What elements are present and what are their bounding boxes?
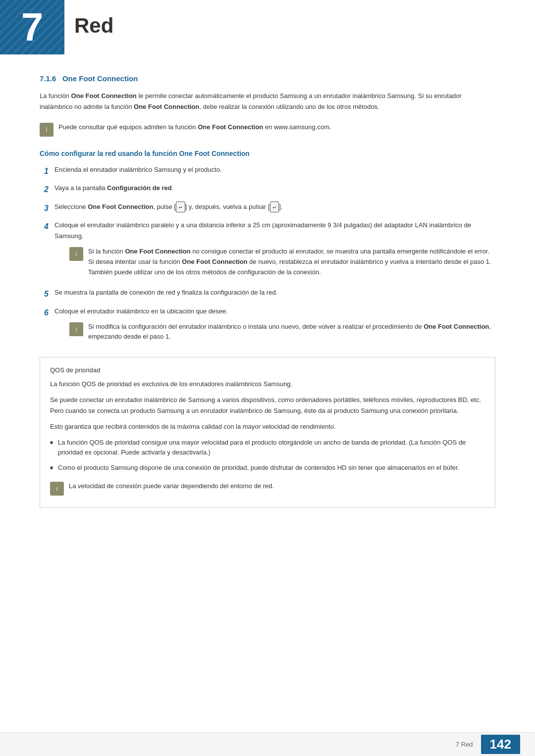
footer-page-number: 142 xyxy=(481,735,520,754)
step-4-text: Coloque el enrutador inalámbrico paralel… xyxy=(54,220,495,283)
step-3-text: Seleccione One Foot Connection, pulse [↵… xyxy=(54,202,495,213)
step-1-text: Encienda el enrutador inalámbrico Samsun… xyxy=(54,164,495,175)
qos-title: QOS de prioridad xyxy=(50,366,485,374)
step-4: 4 Coloque el enrutador inalámbrico paral… xyxy=(40,220,495,283)
key-icon-2: ↵ xyxy=(270,202,279,213)
bold-ofc-note4b: One Foot Connection xyxy=(182,258,247,265)
steps-list: 1 Encienda el enrutador inalámbrico Sams… xyxy=(40,164,495,347)
section-heading: 7.1.6 One Foot Connection xyxy=(40,74,495,83)
qos-p1: La función QOS de prioridad es exclusiva… xyxy=(50,379,485,390)
qos-p2: Se puede conectar un enrutador inalámbri… xyxy=(50,395,485,416)
chapter-number: 7 xyxy=(21,7,44,47)
bold-ofc-step3: One Foot Connection xyxy=(88,203,153,210)
qos-note-box: i La velocidad de conexión puede variar … xyxy=(50,478,485,499)
bold-ofc-note4a: One Foot Connection xyxy=(125,248,190,255)
sub-heading-howto: Cómo configurar la red usando la función… xyxy=(40,150,495,157)
step-4-note-text: Si la función One Foot Connection no con… xyxy=(88,247,495,277)
step-3-num: 3 xyxy=(40,202,49,215)
step-6-note-text: Si modifica la configuración del enrutad… xyxy=(88,322,495,343)
section-title: One Foot Connection xyxy=(62,74,138,83)
intro-paragraph: La función One Foot Connection le permit… xyxy=(40,91,495,112)
svg-text:i: i xyxy=(75,251,77,257)
note-text-1: Puede consultar qué equipos admiten la f… xyxy=(58,122,495,133)
note-icon-4: i xyxy=(69,247,83,261)
svg-text:i: i xyxy=(56,485,57,492)
bold-ofc-note6: One Foot Connection xyxy=(424,323,489,330)
note-box-1: i Puede consultar qué equipos admiten la… xyxy=(40,119,495,140)
step-2: 2 Vaya a la pantalla Configuración de re… xyxy=(40,183,495,196)
qos-p3: Esto garantiza que recibirá contenidos d… xyxy=(50,421,485,432)
chapter-block: 7 xyxy=(0,0,64,54)
footer-section-label: 7 Red xyxy=(456,741,473,748)
step-6-num: 6 xyxy=(40,306,49,319)
note-icon-6: i xyxy=(69,322,83,336)
step-1-num: 1 xyxy=(40,164,49,178)
qos-bullet-2-text: Como el producto Samsung dispone de una … xyxy=(58,463,459,473)
step-4-note: i Si la función One Foot Connection no c… xyxy=(69,247,495,277)
bold-ofc-note1: One Foot Connection xyxy=(198,123,263,131)
key-icon-1: ↵ xyxy=(176,202,185,213)
main-content: 7.1.6 One Foot Connection La función One… xyxy=(0,74,535,548)
qos-note-text: La velocidad de conexión puede variar de… xyxy=(69,481,485,492)
step-6-text: Coloque el enrutador inalámbrico en la u… xyxy=(54,306,495,348)
bold-config-red: Configuración de red xyxy=(107,184,172,192)
qos-bullet-1: La función QOS de prioridad consigue una… xyxy=(50,438,485,458)
chapter-title: Red xyxy=(74,14,113,38)
step-2-num: 2 xyxy=(40,183,49,196)
step-2-text: Vaya a la pantalla Configuración de red. xyxy=(54,183,495,194)
note-svg-4: i xyxy=(72,250,81,258)
step-4-num: 4 xyxy=(40,220,49,233)
section-number: 7.1.6 xyxy=(40,74,56,83)
qos-note-svg: i xyxy=(53,484,61,493)
bullet-dot-2 xyxy=(50,466,53,469)
bullet-dot-1 xyxy=(50,441,53,444)
note-icon-1: i xyxy=(40,123,54,137)
page: 7 Red 7.1.6 One Foot Connection La funci… xyxy=(0,0,535,756)
step-5-num: 5 xyxy=(40,287,49,301)
step-3: 3 Seleccione One Foot Connection, pulse … xyxy=(40,202,495,215)
step-5: 5 Se muestra la pantalla de conexión de … xyxy=(40,287,495,301)
qos-note-icon: i xyxy=(50,482,64,496)
step-5-text: Se muestra la pantalla de conexión de re… xyxy=(54,287,495,298)
qos-bullet-2: Como el producto Samsung dispone de una … xyxy=(50,463,485,473)
note-svg-1: i xyxy=(42,125,51,134)
step-1: 1 Encienda el enrutador inalámbrico Sams… xyxy=(40,164,495,178)
step-6-note: i Si modifica la configuración del enrut… xyxy=(69,322,495,343)
qos-box: QOS de prioridad La función QOS de prior… xyxy=(40,357,495,508)
footer: 7 Red 142 xyxy=(0,732,535,756)
chapter-header: 7 Red xyxy=(0,0,535,59)
qos-bullet-list: La función QOS de prioridad consigue una… xyxy=(50,438,485,473)
bold-ofc-1: One Foot Connection xyxy=(71,92,137,100)
note-svg-6: i xyxy=(72,325,81,334)
step-6: 6 Coloque el enrutador inalámbrico en la… xyxy=(40,306,495,348)
qos-bullet-1-text: La función QOS de prioridad consigue una… xyxy=(58,438,485,458)
svg-text:i: i xyxy=(75,326,77,333)
bold-ofc-2: One Foot Connection xyxy=(134,103,199,110)
svg-text:i: i xyxy=(46,126,47,133)
